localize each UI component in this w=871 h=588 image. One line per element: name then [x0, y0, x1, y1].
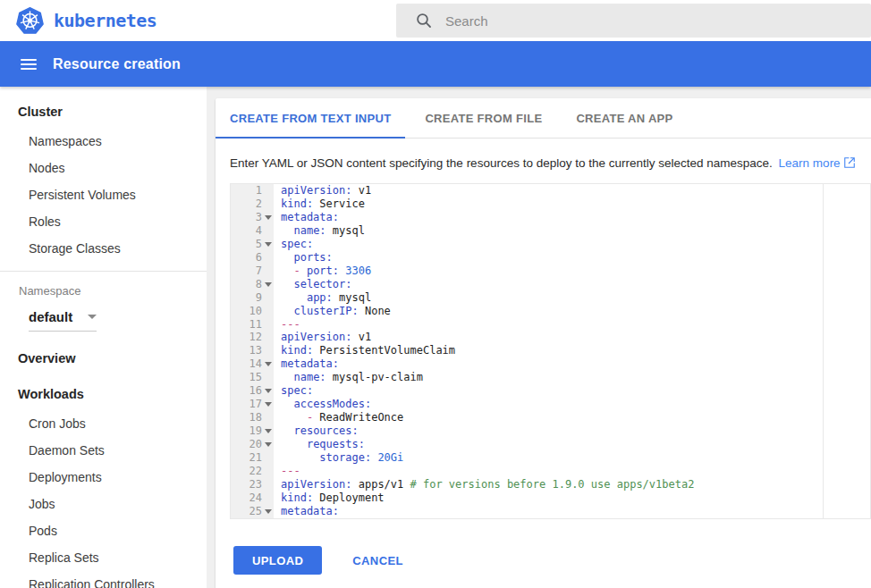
editor-line: 23apiVersion: apps/v1 # for versions bef… — [231, 478, 870, 491]
tab-create-from-text-input[interactable]: CREATE FROM TEXT INPUT — [216, 98, 405, 138]
sidebar-header-cluster: Cluster — [0, 103, 207, 121]
line-number: 4 — [231, 224, 274, 238]
editor-line: 14metadata: — [231, 357, 870, 371]
code-line[interactable]: --- — [274, 318, 300, 332]
kubernetes-dashboard: kubernetes Resource creation Cluster Nam… — [0, 0, 871, 588]
app-header: kubernetes — [0, 0, 871, 41]
editor-line: 4 name: mysql — [231, 224, 870, 238]
sidebar-item-persistent-volumes[interactable]: Persistent Volumes — [0, 181, 207, 208]
code-line[interactable]: apiVersion: v1 — [274, 184, 371, 197]
kubernetes-logo[interactable]: kubernetes — [16, 7, 156, 35]
code-line[interactable]: accessModes: — [274, 398, 371, 411]
learn-more-link[interactable]: Learn more — [779, 156, 841, 170]
code-line[interactable]: spec: — [274, 238, 313, 251]
code-line[interactable]: spec: — [274, 384, 313, 398]
code-line[interactable]: apiVersion: v1 — [274, 331, 371, 344]
fold-caret-icon[interactable] — [265, 242, 272, 247]
search-input[interactable] — [445, 13, 871, 29]
editor-line: 21 storage: 20Gi — [231, 451, 870, 465]
code-line[interactable]: kind: PersistentVolumeClaim — [274, 344, 455, 357]
editor-line: 15 name: mysql-pv-claim — [231, 371, 870, 384]
fold-caret-icon[interactable] — [265, 402, 272, 407]
main-area: CREATE FROM TEXT INPUTCREATE FROM FILECR… — [207, 87, 871, 588]
line-number: 11 — [231, 318, 274, 332]
line-number: 20 — [231, 438, 274, 451]
code-line[interactable]: name: mysql-pv-claim — [274, 371, 423, 384]
code-line[interactable]: selector: — [274, 278, 351, 291]
code-line[interactable]: - port: 3306 — [274, 265, 371, 278]
fold-caret-icon[interactable] — [265, 429, 272, 433]
editor-line: 13kind: PersistentVolumeClaim — [231, 344, 870, 357]
upload-button[interactable]: UPLOAD — [233, 546, 322, 575]
code-line[interactable]: metadata: — [274, 211, 339, 224]
fold-caret-icon[interactable] — [265, 362, 272, 366]
sidebar-divider — [0, 271, 207, 272]
search-bar[interactable] — [396, 4, 871, 38]
content-area: Cluster NamespacesNodesPersistent Volume… — [0, 87, 871, 588]
code-line[interactable]: --- — [274, 465, 300, 478]
code-line[interactable]: app: mysql — [274, 291, 371, 305]
fold-caret-icon[interactable] — [265, 282, 272, 287]
sidebar-item-replica-sets[interactable]: Replica Sets — [0, 544, 207, 571]
code-line[interactable]: clusterIP: None — [274, 305, 391, 318]
sidebar-item-overview[interactable]: Overview — [0, 349, 207, 367]
line-number: 25 — [231, 505, 274, 518]
sidebar-item-roles[interactable]: Roles — [0, 208, 207, 235]
code-line[interactable]: - ReadWriteOnce — [274, 411, 403, 424]
sidebar-item-cron-jobs[interactable]: Cron Jobs — [0, 410, 207, 437]
sidebar-item-storage-classes[interactable]: Storage Classes — [0, 235, 207, 262]
fold-caret-icon[interactable] — [265, 215, 272, 220]
namespace-label: Namespace — [19, 284, 207, 298]
line-number: 6 — [231, 251, 274, 265]
editor-line: 10 clusterIP: None — [231, 305, 870, 318]
line-number: 13 — [231, 344, 274, 357]
chevron-down-icon — [88, 315, 97, 319]
sidebar-item-nodes[interactable]: Nodes — [0, 155, 207, 181]
fold-caret-icon[interactable] — [265, 509, 272, 514]
editor-line: 2kind: Service — [231, 197, 870, 211]
code-line[interactable]: metadata: — [274, 505, 339, 518]
editor-line: 25metadata: — [231, 505, 870, 518]
code-line[interactable]: apiVersion: apps/v1 # for versions befor… — [274, 478, 694, 491]
cancel-button[interactable]: CANCEL — [352, 554, 403, 567]
editor-line: 18 - ReadWriteOnce — [231, 411, 870, 424]
namespace-select[interactable]: default — [29, 309, 97, 332]
fold-caret-icon[interactable] — [265, 389, 272, 393]
yaml-editor[interactable]: 1apiVersion: v12kind: Service3metadata:4… — [230, 183, 871, 519]
namespace-value: default — [29, 309, 72, 324]
sidebar-item-pods[interactable]: Pods — [0, 517, 207, 544]
fold-caret-icon[interactable] — [265, 442, 272, 447]
code-line[interactable]: kind: Service — [274, 197, 365, 211]
code-line[interactable]: kind: Deployment — [274, 491, 385, 505]
editor-line: 17 accessModes: — [231, 398, 870, 411]
page-toolbar: Resource creation — [0, 41, 871, 87]
line-number: 15 — [231, 371, 274, 384]
sidebar-item-namespaces[interactable]: Namespaces — [0, 128, 207, 155]
cluster-items: NamespacesNodesPersistent VolumesRolesSt… — [0, 128, 207, 262]
tab-create-an-app[interactable]: CREATE AN APP — [562, 98, 687, 138]
editor-line: 19 resources: — [231, 424, 870, 438]
editor-line: 1apiVersion: v1 — [231, 184, 870, 197]
code-line[interactable]: requests: — [274, 438, 365, 451]
editor-line: 11--- — [231, 318, 870, 332]
menu-icon[interactable] — [21, 56, 37, 72]
sidebar-item-replication-controllers[interactable]: Replication Controllers — [0, 571, 207, 588]
code-line[interactable]: storage: 20Gi — [274, 451, 403, 465]
line-number: 21 — [231, 451, 274, 465]
editor-line: 9 app: mysql — [231, 291, 870, 305]
code-line[interactable]: resources: — [274, 424, 359, 438]
line-number: 23 — [231, 478, 274, 491]
sidebar-header-workloads: Workloads — [0, 385, 207, 403]
code-line[interactable]: name: mysql — [274, 224, 365, 238]
editor-line: 5spec: — [231, 238, 870, 251]
sidebar-item-jobs[interactable]: Jobs — [0, 491, 207, 517]
line-number: 16 — [231, 384, 274, 398]
sidebar-item-daemon-sets[interactable]: Daemon Sets — [0, 437, 207, 464]
editor-line: 12apiVersion: v1 — [231, 331, 870, 344]
sidebar-item-deployments[interactable]: Deployments — [0, 464, 207, 491]
description-text: Enter YAML or JSON content specifying th… — [216, 139, 871, 171]
code-line[interactable]: ports: — [274, 251, 333, 265]
code-line[interactable]: metadata: — [274, 357, 339, 371]
tab-create-from-file[interactable]: CREATE FROM FILE — [410, 98, 556, 138]
line-number: 8 — [231, 278, 274, 291]
